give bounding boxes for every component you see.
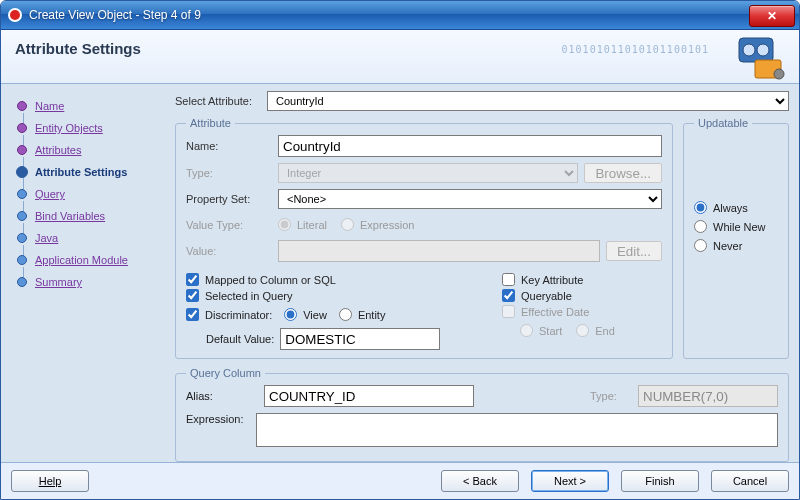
back-button[interactable]: < Back xyxy=(441,470,519,492)
effective-end-radio xyxy=(576,324,589,337)
browse-button: Browse... xyxy=(584,163,662,183)
query-column-legend: Query Column xyxy=(186,367,265,379)
close-icon: ✕ xyxy=(767,9,777,23)
svg-point-6 xyxy=(774,69,784,79)
body: Name Entity Objects Attributes Attribute… xyxy=(1,83,799,463)
query-column-group: Query Column Alias: Type: Expression: xyxy=(175,367,789,462)
header-art-icon xyxy=(711,34,791,80)
value-type-label: Value Type: xyxy=(186,219,272,231)
value-type-literal-radio xyxy=(278,218,291,231)
help-button[interactable]: Help xyxy=(11,470,89,492)
updatable-always-radio[interactable] xyxy=(694,201,707,214)
property-set-dropdown[interactable]: <None> xyxy=(278,189,662,209)
default-value-label: Default Value: xyxy=(206,333,274,345)
expression-textarea[interactable] xyxy=(256,413,778,447)
attribute-group: Attribute Name: Type: Integer Browse... … xyxy=(175,117,673,359)
titlebar: Create View Object - Step 4 of 9 ✕ xyxy=(1,1,799,30)
updatable-group: Updatable Always While New Never xyxy=(683,117,789,359)
type-label: Type: xyxy=(186,167,272,179)
header-decor-digits: 010101011010101100101 xyxy=(562,44,709,55)
select-attribute-label: Select Attribute: xyxy=(175,95,261,107)
next-button[interactable]: Next > xyxy=(531,470,609,492)
discriminator-checkbox[interactable] xyxy=(186,308,199,321)
finish-button[interactable]: Finish xyxy=(621,470,699,492)
step-java[interactable]: Java xyxy=(13,227,163,249)
alias-input[interactable] xyxy=(264,385,474,407)
name-input[interactable] xyxy=(278,135,662,157)
effective-start-radio xyxy=(520,324,533,337)
svg-point-4 xyxy=(757,44,769,56)
header-band: Attribute Settings 010101011010101100101 xyxy=(1,30,799,84)
cancel-button[interactable]: Cancel xyxy=(711,470,789,492)
key-attribute-checkbox[interactable] xyxy=(502,273,515,286)
name-label: Name: xyxy=(186,140,272,152)
selected-in-query-checkbox[interactable] xyxy=(186,289,199,302)
value-label: Value: xyxy=(186,245,272,257)
updatable-while-new-radio[interactable] xyxy=(694,220,707,233)
default-value-input[interactable] xyxy=(280,328,440,350)
step-summary[interactable]: Summary xyxy=(13,271,163,293)
close-button[interactable]: ✕ xyxy=(749,5,795,27)
step-entity-objects[interactable]: Entity Objects xyxy=(13,117,163,139)
updatable-never-radio[interactable] xyxy=(694,239,707,252)
type-dropdown: Integer xyxy=(278,163,578,183)
property-set-label: Property Set: xyxy=(186,193,272,205)
attribute-legend: Attribute xyxy=(186,117,235,129)
step-query[interactable]: Query xyxy=(13,183,163,205)
footer: Help < Back Next > Finish Cancel xyxy=(1,462,799,499)
effective-date-checkbox xyxy=(502,305,515,318)
wizard-steps: Name Entity Objects Attributes Attribute… xyxy=(11,91,165,455)
main-panel: Select Attribute: CountryId Attribute Na… xyxy=(175,91,789,455)
step-application-module[interactable]: Application Module xyxy=(13,249,163,271)
value-type-expression-radio xyxy=(341,218,354,231)
svg-point-3 xyxy=(743,44,755,56)
alias-label: Alias: xyxy=(186,390,256,402)
query-type-input xyxy=(638,385,778,407)
discriminator-entity-radio[interactable] xyxy=(339,308,352,321)
discriminator-label: Discriminator: xyxy=(205,309,272,321)
step-name[interactable]: Name xyxy=(13,95,163,117)
select-attribute-dropdown[interactable]: CountryId xyxy=(267,91,789,111)
value-input xyxy=(278,240,600,262)
updatable-legend: Updatable xyxy=(694,117,752,129)
app-icon xyxy=(7,7,23,23)
expression-label: Expression: xyxy=(186,413,248,425)
mapped-checkbox[interactable] xyxy=(186,273,199,286)
window-title: Create View Object - Step 4 of 9 xyxy=(29,8,749,22)
query-type-label: Type: xyxy=(590,390,630,402)
edit-button: Edit... xyxy=(606,241,662,261)
step-bind-variables[interactable]: Bind Variables xyxy=(13,205,163,227)
svg-point-1 xyxy=(10,10,20,20)
queryable-checkbox[interactable] xyxy=(502,289,515,302)
discriminator-view-radio[interactable] xyxy=(284,308,297,321)
step-attributes[interactable]: Attributes xyxy=(13,139,163,161)
step-attribute-settings[interactable]: Attribute Settings xyxy=(13,161,163,183)
wizard-window: Create View Object - Step 4 of 9 ✕ Attri… xyxy=(0,0,800,500)
